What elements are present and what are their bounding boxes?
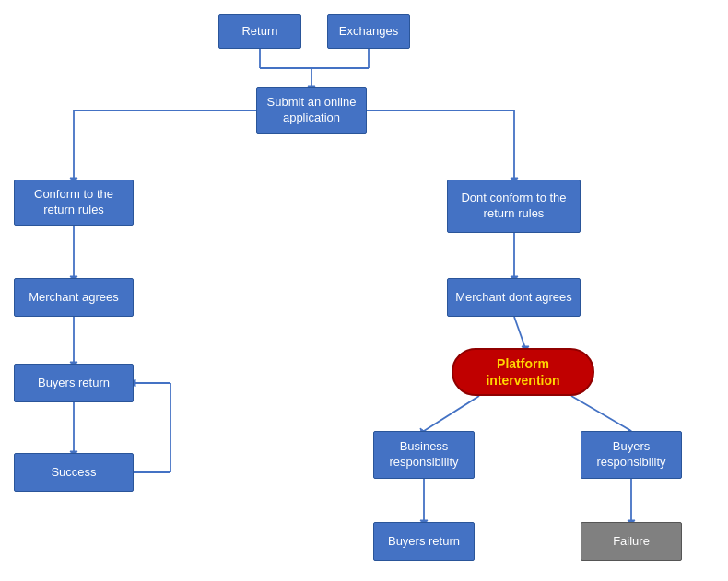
merchant-dont-node: Merchant dont agrees bbox=[447, 278, 581, 317]
buyers-return-right-node: Buyers return bbox=[373, 522, 475, 561]
submit-node: Submit an onlineapplication bbox=[256, 87, 367, 134]
svg-line-28 bbox=[571, 396, 631, 431]
dont-conform-node: Dont conform to thereturn rules bbox=[447, 180, 581, 233]
exchanges-node: Exchanges bbox=[327, 14, 410, 49]
business-resp-node: Businessresponsibility bbox=[373, 431, 475, 479]
buyers-resp-node: Buyersresponsibility bbox=[581, 431, 682, 479]
merchant-agrees-node: Merchant agrees bbox=[14, 278, 134, 317]
failure-node: Failure bbox=[581, 522, 682, 561]
success-node: Success bbox=[14, 453, 134, 492]
return-node: Return bbox=[218, 14, 301, 49]
conform-node: Conform to thereturn rules bbox=[14, 180, 134, 226]
platform-intervention-node: Platformintervention bbox=[452, 348, 594, 396]
flowchart-diagram: Return Exchanges Submit an onlineapplica… bbox=[0, 0, 728, 581]
buyers-return-left-node: Buyers return bbox=[14, 364, 134, 402]
svg-line-26 bbox=[424, 396, 479, 431]
svg-line-24 bbox=[514, 317, 525, 348]
